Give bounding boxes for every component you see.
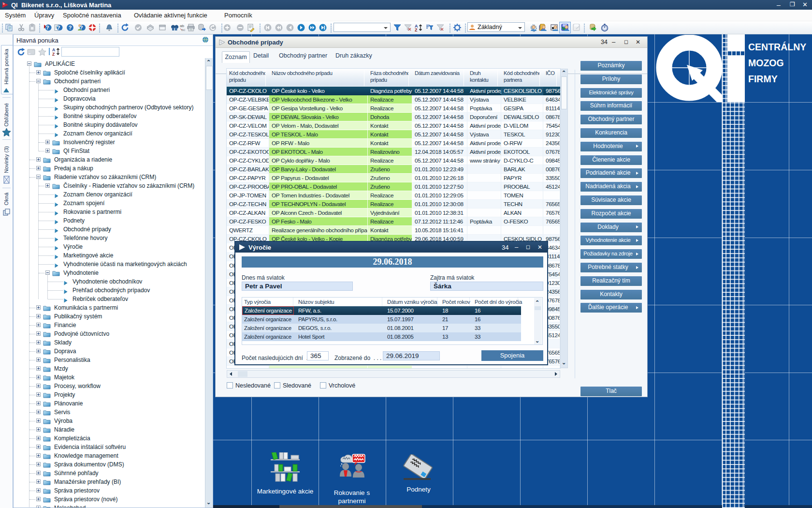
- svg-text:?: ?: [69, 25, 72, 30]
- svg-text:Z: Z: [52, 52, 55, 56]
- svg-text:?: ?: [57, 25, 60, 30]
- svg-text:ac: ac: [181, 28, 185, 32]
- svg-text:?: ?: [46, 25, 49, 30]
- svg-text:Z: Z: [415, 28, 418, 32]
- svg-text:?: ?: [80, 25, 83, 30]
